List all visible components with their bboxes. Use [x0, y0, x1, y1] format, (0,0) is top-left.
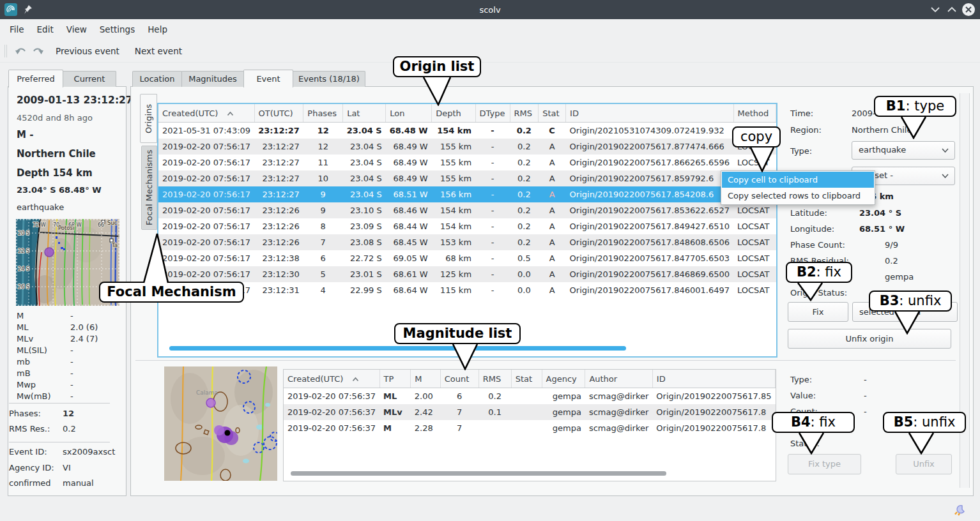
- minimize-button[interactable]: [928, 3, 943, 17]
- origin-row[interactable]: 2021-05-31 07:43:0923:12:271223.04 S68.4…: [158, 123, 776, 139]
- magnitude-summary-row: mB-: [17, 368, 119, 379]
- origin-row[interactable]: 2019-02-20 07:56:1723:12:38622.72 S69.05…: [158, 250, 776, 266]
- rms-value: 0.2: [63, 424, 76, 434]
- context-menu-item[interactable]: Copy selected rows to clipboard: [722, 188, 874, 204]
- menu-view[interactable]: View: [60, 19, 93, 40]
- origin-row[interactable]: 2019-02-20 07:56:1723:12:271223.04 S68.4…: [158, 139, 776, 155]
- unfix-magnitude-button[interactable]: Unfix: [896, 454, 952, 474]
- context-menu-item[interactable]: Copy cell to clipboard: [722, 172, 874, 188]
- next-event-button[interactable]: Next event: [135, 46, 182, 56]
- tab-magnitudes[interactable]: Magnitudes: [181, 71, 244, 87]
- side-tab-origins[interactable]: Origins: [140, 94, 157, 143]
- column-header-created-utc-[interactable]: Created(UTC): [284, 370, 379, 388]
- phase-count-label: Phase Count:: [790, 239, 852, 252]
- maximize-button[interactable]: [944, 3, 960, 17]
- close-button[interactable]: [961, 3, 976, 17]
- time-label: Time:: [790, 107, 852, 120]
- event-id-label: Event ID:: [9, 447, 63, 457]
- magnitude-list-table[interactable]: Created(UTC)TPMCountRMSStatAgencyAuthorI…: [283, 369, 776, 481]
- origin-row[interactable]: 2019-02-20 07:56:1723:12:271023.04 S68.4…: [158, 170, 776, 186]
- magnitude-summary-row: ML(SIL)-: [17, 345, 119, 356]
- origin-row[interactable]: 2019-02-20 07:56:1723:12:30523.01 S68.61…: [158, 266, 776, 282]
- column-header-dtype[interactable]: DType: [475, 104, 510, 123]
- origin-row[interactable]: 2019-02-20 07:56:1723:12:26823.09 S68.44…: [158, 218, 776, 234]
- tab-event[interactable]: Event: [243, 70, 293, 87]
- agency-id-value: VI: [63, 463, 71, 472]
- magnitude-row[interactable]: 2019-02-20 07:56:37M2.287gempascmag@dirk…: [284, 420, 776, 436]
- mag-value-label: Value:: [790, 389, 852, 402]
- callout-copy: copy: [732, 126, 781, 147]
- phases-label: Phases:: [9, 409, 63, 418]
- origin-row[interactable]: 2019-02-20 07:56:1723:12:26723.08 S68.45…: [158, 234, 776, 250]
- event-status-label: confirmed: [9, 478, 63, 488]
- menu-settings[interactable]: Settings: [93, 19, 141, 40]
- magnitude-summary-row: mb-: [17, 356, 119, 368]
- column-header-count[interactable]: Count: [440, 370, 479, 388]
- origin-row[interactable]: 2019-02-20 07:56:1723:12:31422.99 S68.64…: [158, 282, 776, 298]
- callout-magnitude-list: Magnitude list: [394, 323, 521, 344]
- column-header-method[interactable]: Method: [733, 104, 776, 123]
- callout-b1-type: B1: type: [874, 96, 956, 117]
- column-header-author[interactable]: Author: [585, 370, 652, 388]
- svg-text:Calama: Calama: [196, 389, 218, 396]
- column-header-phases[interactable]: Phases: [303, 104, 343, 123]
- scolv-window: scolv FileEditViewSettingsHelp: [0, 0, 980, 521]
- context-menu: Copy cell to clipboardCopy selected rows…: [721, 170, 875, 205]
- event-depth: Depth 154 km: [17, 167, 119, 179]
- tab-events[interactable]: Events (18/18): [293, 71, 365, 87]
- column-header-rms[interactable]: RMS: [479, 370, 511, 388]
- menu-bar: FileEditViewSettingsHelp: [0, 19, 980, 40]
- column-header-lat[interactable]: Lat: [343, 104, 386, 123]
- tab-location[interactable]: Location: [132, 71, 182, 87]
- event-type-combo[interactable]: earthquake: [852, 141, 955, 160]
- rms-residual-value: 0.2: [885, 255, 898, 268]
- database-connection-icon[interactable]: [953, 504, 966, 517]
- magnitude-summary-row: Mw(mB)-: [17, 391, 119, 402]
- magnitude-summary-list: M-ML2.0 (6)MLv2.4 (7)ML(SIL)-mb-mB-Mwp-M…: [17, 310, 119, 402]
- column-header-m[interactable]: M: [411, 370, 441, 388]
- menu-edit[interactable]: Edit: [31, 19, 60, 40]
- origin-list-table[interactable]: Created(UTC)OT(UTC)PhasesLatLonDepthDTyp…: [157, 103, 777, 358]
- magnitude-table-hscrollbar[interactable]: [291, 471, 666, 476]
- origin-row[interactable]: 2019-02-20 07:56:1723:12:26923.10 S68.46…: [158, 202, 776, 218]
- column-header-agency[interactable]: Agency: [542, 370, 585, 388]
- toolbar-handle[interactable]: [4, 45, 7, 57]
- origin-table-hscrollbar[interactable]: [169, 346, 626, 351]
- previous-event-button[interactable]: Previous event: [56, 46, 119, 56]
- fix-button[interactable]: Fix: [788, 302, 848, 322]
- redo-icon[interactable]: [32, 46, 44, 56]
- agency-id-label: Agency ID:: [9, 463, 63, 472]
- origin-row[interactable]: 2019-02-20 07:56:1723:12:27923.04 S68.51…: [158, 186, 776, 202]
- menu-help[interactable]: Help: [141, 19, 174, 40]
- tab-current[interactable]: Current: [63, 71, 116, 87]
- origin-row[interactable]: 2019-02-20 07:56:1723:12:271123.04 S68.4…: [158, 155, 776, 170]
- svg-text:22 S: 22 S: [18, 248, 29, 254]
- magnitude-row[interactable]: 2019-02-20 07:56:37ML2.0060.2gempascmag@…: [284, 388, 776, 405]
- callout-b2-fix: B2: fix: [786, 262, 852, 283]
- column-header-tp[interactable]: TP: [379, 370, 411, 388]
- magnitude-row[interactable]: 2019-02-20 07:56:37MLv2.4270.1gempascmag…: [284, 404, 776, 420]
- agency-value: gempa: [885, 271, 914, 283]
- column-header-ot-utc-[interactable]: OT(UTC): [254, 104, 303, 123]
- column-header-rms[interactable]: RMS: [510, 104, 539, 123]
- column-header-stat[interactable]: Stat: [511, 370, 542, 388]
- unfix-origin-button[interactable]: Unfix origin: [788, 329, 951, 349]
- column-header-stat[interactable]: Stat: [539, 104, 566, 123]
- undo-icon[interactable]: [15, 46, 27, 56]
- origin-map[interactable]: Calama: [164, 366, 277, 481]
- toolbar: Previous event Next event: [0, 40, 980, 63]
- event-status-value: manual: [63, 478, 94, 488]
- side-tab-focal-mechanisms[interactable]: Focal Mechanisms: [141, 146, 157, 230]
- column-header-id[interactable]: ID: [566, 104, 733, 123]
- longitude-value: 68.51 ° W: [859, 223, 905, 236]
- tab-preferred[interactable]: Preferred: [8, 70, 63, 87]
- sort-ascending-icon: [227, 109, 234, 118]
- menu-file[interactable]: File: [3, 19, 31, 40]
- column-header-depth[interactable]: Depth: [432, 104, 475, 123]
- event-age: 4520d and 8h ago: [17, 113, 119, 123]
- latitude-label: Latitude:: [790, 207, 852, 220]
- column-header-created-utc-[interactable]: Created(UTC): [158, 104, 254, 123]
- column-header-id[interactable]: ID: [652, 370, 775, 388]
- column-header-lon[interactable]: Lon: [386, 104, 432, 123]
- fix-type-button[interactable]: Fix type: [788, 454, 861, 474]
